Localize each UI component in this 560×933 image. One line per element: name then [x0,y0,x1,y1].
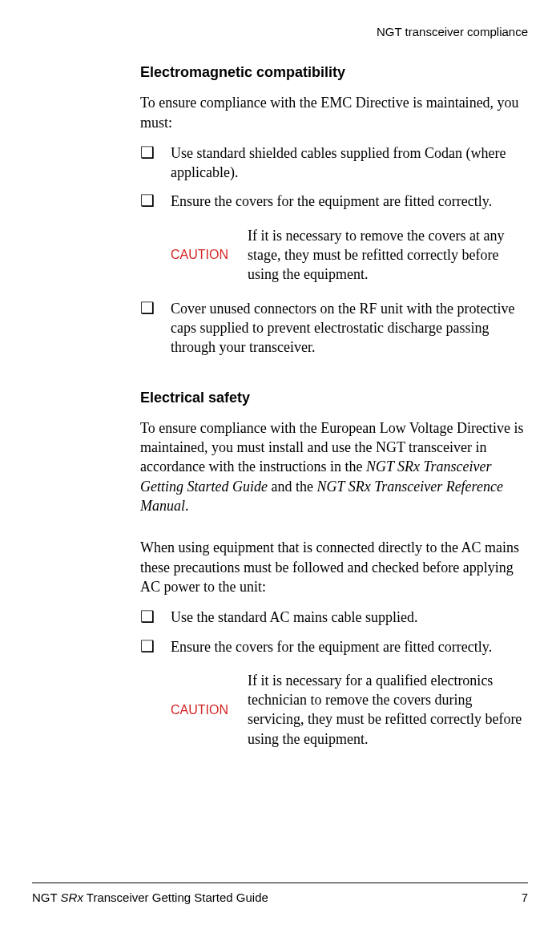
checkbox-icon: ❑ [140,637,171,655]
checklist-item: ❑ Cover unused connectors on the RF unit… [140,299,528,357]
footer-text-italic: SRx [61,891,83,904]
caution-text: If it is necessary to remove the covers … [248,226,528,285]
section-electrical-safety: Electrical safety To ensure compliance w… [140,388,528,749]
page-footer: NGT SRx Transceiver Getting Started Guid… [32,883,528,906]
checklist-item-text: Use standard shielded cables supplied fr… [171,143,528,183]
checklist-item: ❑ Use standard shielded cables supplied … [140,143,528,183]
checklist-item-text: Cover unused connectors on the RF unit w… [171,299,528,357]
checkbox-icon: ❑ [140,299,171,317]
running-header-text: NGT transceiver compliance [377,25,528,38]
emc-intro-paragraph: To ensure compliance with the EMC Direct… [140,93,528,132]
running-header: NGT transceiver compliance [377,24,528,40]
checklist-item: ❑ Ensure the covers for the equipment ar… [140,192,528,211]
checklist-item-text: Ensure the covers for the equipment are … [171,192,528,211]
caution-label: CAUTION [171,701,248,719]
footer-text-fragment: NGT [32,891,61,904]
caution-block: CAUTION If it is necessary for a qualifi… [171,671,528,749]
checkbox-icon: ❑ [140,608,171,625]
para-fragment: and the [268,479,316,495]
checkbox-icon: ❑ [140,143,171,161]
page-content: Electromagnetic compatibility To ensure … [140,63,528,763]
caution-block: CAUTION If it is necessary to remove the… [171,226,528,285]
footer-document-title: NGT SRx Transceiver Getting Started Guid… [32,890,268,906]
para-fragment: . [185,498,189,514]
checklist-item: ❑ Ensure the covers for the equipment ar… [140,637,528,656]
checkbox-icon: ❑ [140,192,171,209]
page-number: 7 [522,890,528,906]
electrical-intro-paragraph: To ensure compliance with the European L… [140,418,528,515]
caution-label: CAUTION [171,246,248,264]
checklist-item-text: Ensure the covers for the equipment are … [171,637,528,656]
checklist-item: ❑ Use the standard AC mains cable suppli… [140,608,528,627]
electrical-precautions-paragraph: When using equipment that is connected d… [140,538,528,596]
section-heading-emc: Electromagnetic compatibility [140,63,528,82]
footer-text-fragment: Transceiver Getting Started Guide [83,891,268,904]
caution-text: If it is necessary for a qualified elect… [248,671,528,749]
checklist-item-text: Use the standard AC mains cable supplied… [171,608,528,627]
section-heading-electrical: Electrical safety [140,388,528,407]
